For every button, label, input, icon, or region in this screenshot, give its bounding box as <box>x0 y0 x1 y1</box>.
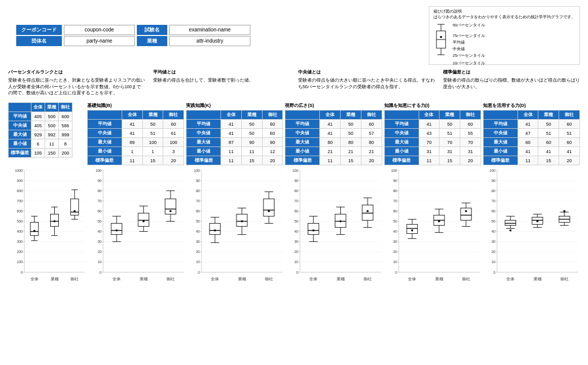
main-header-heisha: 御社 <box>59 103 72 112</box>
row-heisha: 70 <box>460 138 481 147</box>
legend-mean: 平均値 <box>453 40 485 45</box>
legend-box: 箱ひげ図の説明ばらつきのあるデータをわかりやすく表示するための統計学平均グラフで… <box>429 6 580 65</box>
sub-title-4: 知恵を活用する力(D) <box>483 102 580 109</box>
table-row: 標準偏差111520 <box>483 156 579 165</box>
exp-mean-text: 受験者の得点を合計して、受験者数で割った値。 <box>153 77 290 84</box>
table-row: 中央値415057 <box>285 129 382 138</box>
row-zentai: 60 <box>518 138 538 147</box>
sub-header-zentai: 全体 <box>320 111 341 120</box>
row-gyoshu: 15 <box>538 156 559 165</box>
row-label: 最小値 <box>285 147 320 156</box>
main-header-gyoshu: 業種 <box>45 103 59 112</box>
table-row: 標準偏差111520 <box>88 156 184 165</box>
sub-header-heisha: 御社 <box>460 111 481 120</box>
table-row: 標準偏差111520 <box>187 156 283 165</box>
row-label: 平均値 <box>483 120 518 129</box>
row-label: 中央値 <box>384 129 419 138</box>
row-heisha: 20 <box>460 156 481 165</box>
row-gyoshu: 31 <box>439 147 460 156</box>
table-row: 標準偏差111520 <box>285 156 382 165</box>
row-zentai: 41 <box>122 120 142 129</box>
sub-chart-canvas-4 <box>484 168 580 287</box>
table-row: 最大値879090 <box>187 138 283 147</box>
row-zentai: 41 <box>518 147 538 156</box>
row-gyoshu: 60 <box>538 138 559 147</box>
row-label: 平均値 <box>9 112 31 121</box>
exp-stddev-title: 標準偏差とは <box>443 69 580 76</box>
row-label: 最小値 <box>9 139 31 149</box>
table-row: 最大値808080 <box>285 138 382 147</box>
sub-header-heisha: 御社 <box>262 111 283 120</box>
table-row: 最小値212121 <box>285 147 382 156</box>
row-gyoshu: 50 <box>241 129 262 138</box>
table-row: 最小値414141 <box>483 147 579 156</box>
sub-header-empty <box>187 111 221 120</box>
row-gyoshu: 11 <box>45 139 59 149</box>
row-heisha: 60 <box>262 129 283 138</box>
row-gyoshu: 50 <box>439 120 460 129</box>
sub-table-0: 全体業種御社平均値415060中央値415161最大値89100100最小値11… <box>87 110 184 165</box>
row-zentai: 41 <box>419 120 439 129</box>
row-label: 最大値 <box>88 138 122 147</box>
row-zentai: 41 <box>122 129 142 138</box>
sub-header-heisha: 御社 <box>163 111 184 120</box>
row-heisha: 20 <box>262 156 283 165</box>
row-gyoshu: 1 <box>142 147 163 156</box>
svg-point-4 <box>440 36 442 38</box>
table-row: 平均値415060 <box>384 120 481 129</box>
row-heisha: 61 <box>163 129 184 138</box>
sub-chart-wrapper-4 <box>484 168 580 288</box>
row-gyoshu: 15 <box>439 156 460 165</box>
header: クーポンコード coupon-code 試験名 examination-name… <box>8 6 580 65</box>
row-gyoshu: 41 <box>538 147 559 156</box>
table-row: 中央値415060 <box>187 129 283 138</box>
row-zentai: 41 <box>320 120 341 129</box>
sub-chart-canvas-2 <box>286 168 383 287</box>
sub-score-block-1: 実践知識(K)全体業種御社平均値415060中央値415060最大値879090… <box>186 102 283 165</box>
table-row: 最大値606060 <box>483 138 579 147</box>
legend-title: 箱ひげ図の説明ばらつきのあるデータをわかりやすく表示するための統計学平均グラフで… <box>433 9 575 20</box>
legend-75: 75パーセンタイル <box>453 33 485 39</box>
table-row: 最小値111112 <box>187 147 283 156</box>
legend-median: 中央値 <box>453 47 485 52</box>
row-label: 中央値 <box>88 129 122 138</box>
row-gyoshu: 51 <box>538 129 559 138</box>
row-zentai: 105 <box>31 149 45 158</box>
exp-median-title: 中央値とは <box>298 69 435 76</box>
row-zentai: 11 <box>320 156 341 165</box>
row-heisha: 41 <box>559 147 580 156</box>
row-gyoshu: 90 <box>241 138 262 147</box>
main-score-table: 全体 業種 御社 平均値405500600中央値405500586最大値9299… <box>8 102 72 158</box>
table-row: 中央値405500586 <box>9 121 72 130</box>
page: クーポンコード coupon-code 試験名 examination-name… <box>0 0 588 295</box>
row-label: 最小値 <box>384 147 419 156</box>
row-gyoshu: 70 <box>439 138 460 147</box>
sub-header-zentai: 全体 <box>518 111 538 120</box>
row-label: 最大値 <box>384 138 419 147</box>
row-heisha: 60 <box>163 120 184 129</box>
main-chart-block <box>8 168 87 288</box>
row-zentai: 31 <box>419 147 439 156</box>
row-label: 最小値 <box>88 147 122 156</box>
table-row: 平均値415060 <box>88 120 184 129</box>
explanation-median: 中央値とは 受験者の得点を値の大きい順に並べたとき中央にくる得点。すなわち50パ… <box>298 69 435 96</box>
row-heisha: 90 <box>262 138 283 147</box>
exp-median-text: 受験者の得点を値の大きい順に並べたとき中央にくる得点。すなわち50パーセンタイル… <box>298 77 435 90</box>
row-zentai: 929 <box>31 130 45 139</box>
row-gyoshu: 50 <box>341 120 361 129</box>
row-gyoshu: 15 <box>142 156 163 165</box>
legend-90: 90パーセンタイル <box>453 23 485 28</box>
charts-row <box>8 168 580 288</box>
sub-chart-wrapper-3 <box>385 168 482 288</box>
sub-scores-tables: 基礎知識(B)全体業種御社平均値415060中央値415161最大値891001… <box>87 102 580 165</box>
row-zentai: 21 <box>320 147 341 156</box>
row-label: 平均値 <box>285 120 320 129</box>
exp-percentile-text: 受験者を得点順に並べたとき、対象となる受験者よりスコアの低い人が受験者全体の何パ… <box>8 77 145 96</box>
coupon-label: クーポンコード <box>16 25 62 35</box>
sub-header-gyoshu: 業種 <box>241 111 262 120</box>
row-heisha: 600 <box>59 112 72 121</box>
sub-table-1: 全体業種御社平均値415060中央値415060最大値879090最小値1111… <box>186 110 283 165</box>
row-zentai: 80 <box>320 138 341 147</box>
sub-header-empty <box>285 111 320 120</box>
exp-percentile-title: パーセンタイルランクとは <box>8 69 145 76</box>
